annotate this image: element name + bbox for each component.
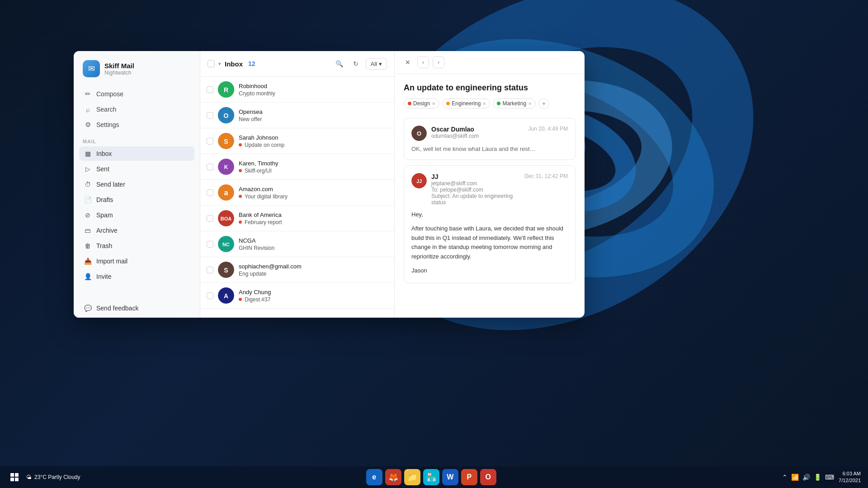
wifi-icon[interactable]: 📶 bbox=[791, 474, 799, 481]
volume-icon[interactable]: 🔊 bbox=[802, 474, 810, 481]
email-sender: Sarah Johnson bbox=[239, 134, 388, 141]
refresh-button[interactable]: ↻ bbox=[349, 57, 362, 70]
email-checkbox[interactable] bbox=[207, 215, 213, 222]
sidebar-item-import[interactable]: 📥 Import mail bbox=[79, 254, 194, 268]
start-button[interactable] bbox=[7, 470, 22, 484]
email-checkbox[interactable] bbox=[207, 138, 213, 145]
email-checkbox[interactable] bbox=[207, 292, 213, 299]
sidebar-item-send-later[interactable]: ⏱ Send later bbox=[79, 177, 194, 192]
taskbar-app-store[interactable]: 🏪 bbox=[423, 469, 439, 485]
inbox-icon: ▦ bbox=[84, 150, 92, 157]
sidebar-item-drafts[interactable]: 📄 Drafts bbox=[79, 192, 194, 207]
detail-next-button[interactable]: › bbox=[433, 56, 444, 68]
email-subject-line: February report bbox=[239, 219, 388, 225]
email-content: Andy Chung Digest #37 bbox=[239, 289, 388, 303]
sidebar-item-invite[interactable]: 👤 Invite bbox=[79, 269, 194, 284]
email-row[interactable]: K Karen, Timothy Skiff-org/UI bbox=[200, 154, 394, 180]
select-chevron[interactable]: ▾ bbox=[218, 61, 221, 67]
thread-to: To: pelope@skiff.com bbox=[431, 187, 520, 193]
select-all-checkbox[interactable] bbox=[208, 60, 215, 67]
email-row[interactable]: O Opensea New offer bbox=[200, 103, 394, 128]
svg-rect-28 bbox=[15, 473, 19, 477]
avatar: O bbox=[218, 107, 234, 123]
taskbar-app-files[interactable]: 📁 bbox=[404, 469, 420, 485]
app-name: Skiff Mail bbox=[104, 62, 134, 70]
sidebar-item-compose[interactable]: ✏ Compose bbox=[79, 86, 194, 102]
tag-label: Marketing bbox=[502, 100, 526, 107]
email-sender: Robinhood bbox=[239, 83, 388, 89]
sidebar-item-search[interactable]: ⌕ Search bbox=[79, 102, 194, 117]
taskbar-app-edge[interactable]: e bbox=[366, 469, 382, 485]
chevron-up-icon[interactable]: ⌃ bbox=[782, 474, 788, 481]
tag-label: Design bbox=[413, 100, 430, 107]
email-checkbox[interactable] bbox=[207, 86, 213, 93]
email-sender: Bank of America bbox=[239, 211, 388, 218]
keyboard-icon[interactable]: ⌨ bbox=[825, 474, 834, 481]
avatar: NC bbox=[218, 236, 234, 252]
sidebar-item-trash[interactable]: 🗑 Trash bbox=[79, 239, 194, 253]
sent-icon: ▷ bbox=[84, 165, 92, 173]
search-button[interactable]: 🔍 bbox=[333, 57, 346, 70]
taskbar-app-powerpoint[interactable]: P bbox=[461, 469, 477, 485]
tag-close[interactable]: ✕ bbox=[432, 101, 435, 106]
email-checkbox[interactable] bbox=[207, 241, 213, 248]
thread-sender-email: odumlao@skiff.com bbox=[431, 133, 524, 139]
taskbar-app-outlook[interactable]: O bbox=[480, 469, 496, 485]
email-row[interactable]: R Robinhood Crypto monthly bbox=[200, 77, 394, 103]
detail-close-button[interactable]: ✕ bbox=[402, 56, 414, 68]
email-content: Robinhood Crypto monthly bbox=[239, 83, 388, 97]
trash-icon: 🗑 bbox=[84, 242, 92, 249]
email-subject: Eng update bbox=[239, 271, 266, 277]
tag-close[interactable]: ✕ bbox=[482, 101, 486, 106]
send-later-icon: ⏱ bbox=[84, 181, 92, 188]
app-logo: ✉ bbox=[83, 60, 100, 77]
tag-close[interactable]: ✕ bbox=[528, 101, 532, 106]
svg-text:NC: NC bbox=[222, 242, 230, 247]
sidebar-item-sent[interactable]: ▷ Sent bbox=[79, 162, 194, 176]
svg-text:R: R bbox=[224, 86, 228, 94]
email-row[interactable]: S sophiachen@gmail.com Eng update bbox=[200, 257, 394, 283]
email-row[interactable]: S Sarah Johnson Update on comp bbox=[200, 128, 394, 154]
avatar: BOA bbox=[218, 210, 234, 226]
email-row[interactable]: NC NCGA GHIN Revision bbox=[200, 231, 394, 257]
detail-prev-button[interactable]: ‹ bbox=[417, 56, 429, 68]
battery-icon[interactable]: 🔋 bbox=[814, 474, 821, 481]
avatar: S bbox=[218, 133, 234, 149]
spam-icon: ⊘ bbox=[84, 211, 92, 219]
taskbar-app-word[interactable]: W bbox=[442, 469, 458, 485]
email-row[interactable]: BOA Bank of America February report bbox=[200, 206, 394, 231]
svg-rect-29 bbox=[10, 478, 14, 481]
inbox-title: Inbox bbox=[225, 60, 243, 68]
email-row[interactable]: A Andy Chung Digest #37 bbox=[200, 283, 394, 309]
taskbar-app-firefox[interactable]: 🦊 bbox=[385, 469, 401, 485]
sidebar-item-archive[interactable]: 🗃 Archive bbox=[79, 223, 194, 238]
avatar: R bbox=[218, 81, 234, 98]
weather-widget: 🌤 23°C Partly Cloudy bbox=[26, 474, 80, 480]
email-checkbox[interactable] bbox=[207, 112, 213, 119]
svg-rect-30 bbox=[15, 478, 19, 481]
tag-add-button[interactable]: + bbox=[538, 98, 549, 109]
weather-text: 23°C Partly Cloudy bbox=[34, 474, 80, 480]
email-subject: Skiff-org/UI bbox=[245, 168, 272, 174]
email-checkbox[interactable] bbox=[207, 267, 213, 273]
sidebar-item-spam[interactable]: ⊘ Spam bbox=[79, 208, 194, 222]
app-window: ✉ Skiff Mail Nightwatch ✏ Compose ⌕ Sear… bbox=[74, 51, 585, 318]
email-row[interactable]: a Amazon.com Your digital library bbox=[200, 180, 394, 206]
svg-text:A: A bbox=[224, 292, 228, 300]
email-checkbox[interactable] bbox=[207, 189, 213, 196]
email-checkbox[interactable] bbox=[207, 164, 213, 170]
svg-text:S: S bbox=[224, 138, 228, 145]
thread-card-header: O Oscar Dumlao odumlao@skiff.com Jun 20,… bbox=[411, 126, 568, 141]
sidebar-item-feedback[interactable]: 💬 Send feedback bbox=[79, 301, 194, 317]
email-content: Karen, Timothy Skiff-org/UI bbox=[239, 160, 388, 174]
filter-button[interactable]: All ▾ bbox=[366, 58, 387, 70]
taskbar-clock[interactable]: 6:03 AM 7/12/2021 bbox=[839, 470, 861, 484]
email-subject-line: Skiff-org/UI bbox=[239, 168, 388, 174]
sidebar-item-settings[interactable]: ⚙ Settings bbox=[79, 117, 194, 132]
filter-label: All bbox=[371, 61, 377, 67]
tag-design: Design ✕ bbox=[404, 99, 439, 108]
sidebar-header: ✉ Skiff Mail Nightwatch bbox=[74, 51, 200, 84]
sidebar-item-inbox[interactable]: ▦ Inbox bbox=[79, 146, 194, 161]
email-subject: Your digital library bbox=[245, 193, 288, 200]
email-subject-line: Digest #37 bbox=[239, 296, 388, 303]
